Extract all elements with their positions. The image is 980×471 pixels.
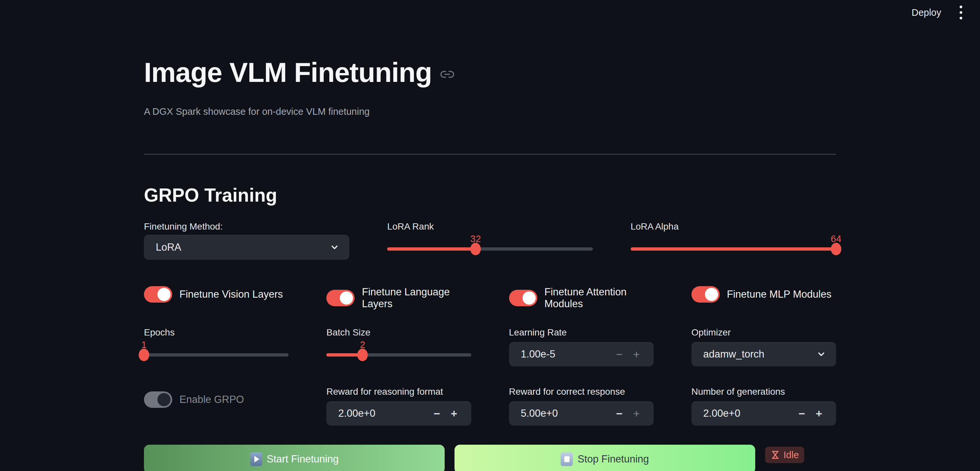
chevron-down-icon xyxy=(816,349,826,359)
toggle-label: Enable GRPO xyxy=(180,394,244,406)
toggle-label: Finetune Vision Layers xyxy=(180,289,283,300)
slider-fill xyxy=(387,247,476,251)
slider-handle[interactable] xyxy=(357,349,368,361)
toggle-switch[interactable] xyxy=(509,290,537,306)
lora-alpha-slider[interactable] xyxy=(631,247,836,251)
toggle-switch[interactable] xyxy=(144,391,172,408)
learning-rate-value[interactable]: 1.00e-5 xyxy=(521,348,611,360)
decrement-button[interactable]: − xyxy=(611,407,628,420)
toggle-knob xyxy=(705,288,718,301)
epochs-field: Epochs 1 xyxy=(144,327,288,356)
reward-reasoning-label: Reward for reasoning format xyxy=(326,386,471,398)
deploy-button[interactable]: Deploy xyxy=(912,7,941,18)
finetuning-method-select[interactable]: LoRA xyxy=(144,235,349,260)
decrement-button[interactable]: − xyxy=(428,407,445,420)
chevron-down-icon xyxy=(329,243,339,252)
method-lora-row: Finetuning Method: LoRA LoRA Rank 32 LoR… xyxy=(144,221,836,260)
section-heading: GRPO Training xyxy=(144,184,836,206)
batch-size-label: Batch Size xyxy=(326,327,471,338)
learning-rate-label: Learning Rate xyxy=(509,327,654,338)
enable-grpo-field: Enable GRPO xyxy=(144,386,288,408)
layer-toggles-row: Finetune Vision Layers Finetune Language… xyxy=(144,286,836,310)
reward-correct-input[interactable]: 5.00e+0 − + xyxy=(509,401,654,426)
toggle-knob xyxy=(340,291,353,305)
optimizer-select[interactable]: adamw_torch xyxy=(692,342,836,366)
toggle-switch[interactable] xyxy=(326,290,355,306)
num-generations-label: Number of generations xyxy=(692,386,836,398)
increment-button[interactable]: + xyxy=(628,348,645,361)
optimizer-label: Optimizer xyxy=(692,327,836,338)
toggle-label: Finetune Language Layers xyxy=(362,286,471,310)
reward-reasoning-value[interactable]: 2.00e+0 xyxy=(338,407,428,419)
page-subtitle: A DGX Spark showcase for on-device VLM f… xyxy=(144,106,836,117)
status-label: Idle xyxy=(783,450,799,460)
lora-rank-label: LoRA Rank xyxy=(387,221,593,232)
actions-row: Start Finetuning Stop Finetuning Idle xyxy=(144,445,836,471)
toggle-knob xyxy=(158,288,170,301)
epochs-label: Epochs xyxy=(144,327,288,338)
toggle-knob xyxy=(158,393,170,406)
lora-rank-slider[interactable] xyxy=(387,247,593,251)
increment-button[interactable]: + xyxy=(445,407,463,420)
num-generations-value[interactable]: 2.00e+0 xyxy=(703,407,793,419)
reward-reasoning-input[interactable]: 2.00e+0 − + xyxy=(326,401,471,426)
num-generations-input[interactable]: 2.00e+0 − + xyxy=(692,401,836,426)
stop-finetuning-button[interactable]: Stop Finetuning xyxy=(455,445,755,471)
toggle-finetune-mlp-modules[interactable]: Finetune MLP Modules xyxy=(692,286,836,303)
toggle-label: Finetune Attention Modules xyxy=(544,286,654,310)
slider-handle[interactable] xyxy=(139,349,149,361)
learning-rate-field: Learning Rate 1.00e-5 − + xyxy=(509,327,654,366)
page-title: Image VLM Finetuning xyxy=(144,57,836,88)
batch-size-slider[interactable] xyxy=(326,353,471,356)
grpo-params-row: Enable GRPO Reward for reasoning format … xyxy=(144,386,836,426)
toggle-knob xyxy=(523,291,536,305)
reward-correct-label: Reward for correct response xyxy=(509,386,654,398)
stop-icon xyxy=(561,452,573,466)
divider xyxy=(144,154,836,155)
learning-rate-input[interactable]: 1.00e-5 − + xyxy=(509,342,654,366)
status-badge: Idle xyxy=(765,447,804,463)
increment-button[interactable]: + xyxy=(628,407,645,420)
lora-alpha-field: LoRA Alpha 64 xyxy=(631,221,836,251)
toggle-finetune-attention-modules[interactable]: Finetune Attention Modules xyxy=(509,286,654,310)
reward-reasoning-field: Reward for reasoning format 2.00e+0 − + xyxy=(326,386,471,426)
toggle-switch[interactable] xyxy=(692,286,720,303)
top-bar: Deploy xyxy=(0,0,980,25)
num-generations-field: Number of generations 2.00e+0 − + xyxy=(692,386,836,426)
toggle-enable-grpo[interactable]: Enable GRPO xyxy=(144,391,288,408)
slider-handle[interactable] xyxy=(470,243,481,255)
slider-fill xyxy=(631,247,836,251)
main-content: Image VLM Finetuning A DGX Spark showcas… xyxy=(144,57,836,471)
reward-correct-field: Reward for correct response 5.00e+0 − + xyxy=(509,386,654,426)
slider-handle[interactable] xyxy=(831,243,841,255)
play-icon xyxy=(250,452,262,466)
start-finetuning-button[interactable]: Start Finetuning xyxy=(144,445,445,471)
lora-rank-field: LoRA Rank 32 xyxy=(387,221,593,251)
batch-size-field: Batch Size 2 xyxy=(326,327,471,356)
kebab-menu-icon[interactable] xyxy=(956,4,966,21)
page-title-text: Image VLM Finetuning xyxy=(144,57,432,88)
toggle-label: Finetune MLP Modules xyxy=(727,289,832,300)
increment-button[interactable]: + xyxy=(810,407,827,420)
finetuning-method-field: Finetuning Method: LoRA xyxy=(144,221,349,260)
start-button-label: Start Finetuning xyxy=(267,453,339,465)
toggle-switch[interactable] xyxy=(144,286,172,303)
stop-button-label: Stop Finetuning xyxy=(578,453,649,465)
epochs-slider[interactable] xyxy=(144,353,288,356)
finetuning-method-value: LoRA xyxy=(156,241,181,253)
finetuning-method-label: Finetuning Method: xyxy=(144,221,349,232)
optimizer-value: adamw_torch xyxy=(703,348,764,360)
toggle-finetune-language-layers[interactable]: Finetune Language Layers xyxy=(326,286,471,310)
toggle-finetune-vision-layers[interactable]: Finetune Vision Layers xyxy=(144,286,288,303)
training-params-row: Epochs 1 Batch Size 2 Learning Rate 1.00… xyxy=(144,327,836,366)
reward-correct-value[interactable]: 5.00e+0 xyxy=(521,407,611,419)
decrement-button[interactable]: − xyxy=(611,348,628,361)
optimizer-field: Optimizer adamw_torch xyxy=(692,327,836,366)
lora-alpha-label: LoRA Alpha xyxy=(631,221,836,232)
hourglass-icon xyxy=(770,450,780,460)
decrement-button[interactable]: − xyxy=(793,407,810,420)
link-icon[interactable] xyxy=(441,67,454,81)
